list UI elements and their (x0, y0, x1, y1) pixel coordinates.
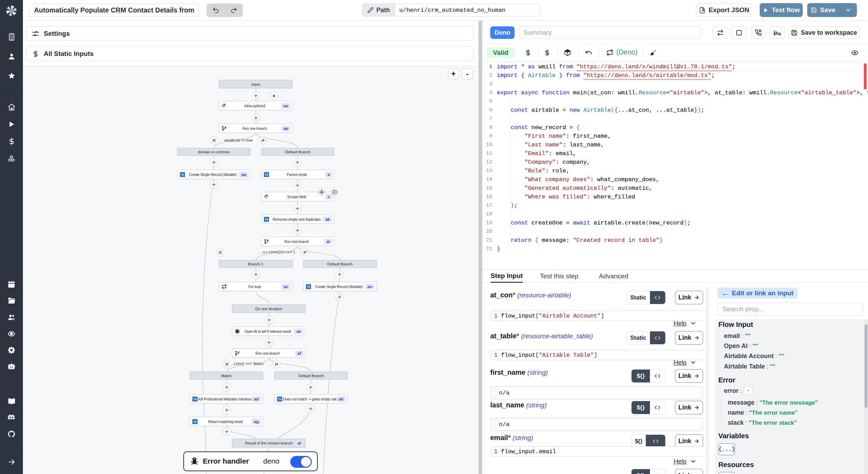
svg-text:TS: TS (265, 173, 268, 176)
svg-text:TS: TS (193, 398, 197, 401)
svg-text:TS: TS (193, 421, 197, 423)
svg-text:TS: TS (278, 398, 281, 401)
svg-text:TS: TS (181, 173, 184, 176)
svg-text:TS: TS (265, 218, 268, 221)
svg-text:TS: TS (307, 286, 310, 288)
